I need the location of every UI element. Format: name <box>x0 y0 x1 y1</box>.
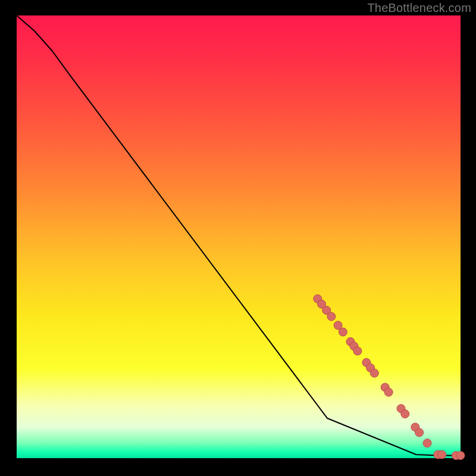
data-marker <box>423 439 431 447</box>
data-marker <box>415 428 424 437</box>
data-marker <box>327 312 336 321</box>
watermark-text: TheBottleneck.com <box>367 1 471 15</box>
chart-container: TheBottleneck.com <box>0 0 476 476</box>
data-marker <box>339 328 347 336</box>
data-marker <box>384 388 393 396</box>
data-marker <box>353 347 362 355</box>
chart-svg <box>0 0 476 476</box>
data-marker <box>438 450 446 459</box>
data-marker <box>370 369 378 377</box>
plot-background <box>17 15 461 458</box>
data-marker <box>456 452 465 460</box>
data-marker <box>401 410 409 418</box>
